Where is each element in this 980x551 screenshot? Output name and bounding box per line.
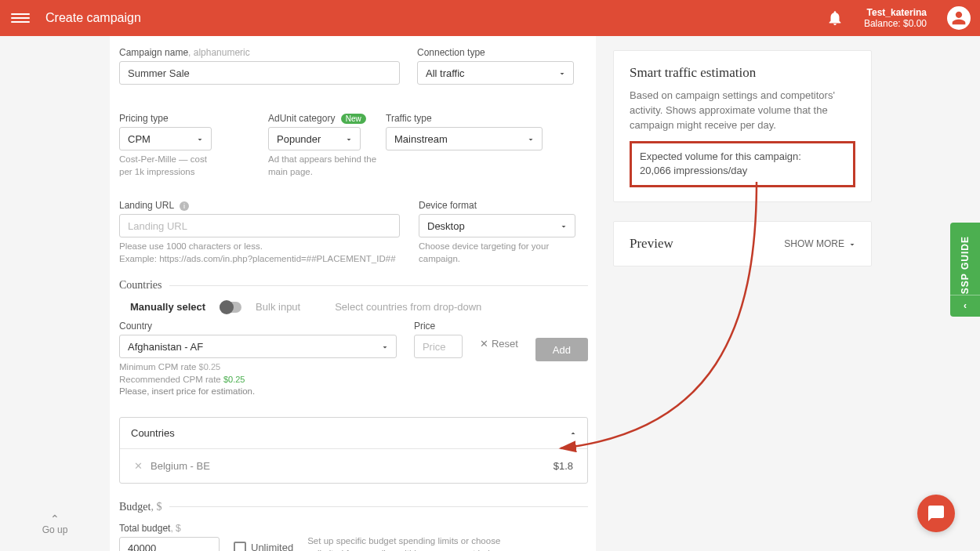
budget-section-title: Budget, $ (119, 501, 588, 513)
country-price: $1.8 (554, 460, 573, 472)
menu-icon[interactable] (11, 13, 30, 23)
pricing-type-select[interactable]: CPM (119, 127, 212, 150)
landing-url-input[interactable] (119, 214, 400, 237)
ssp-guide-tab[interactable]: SSP GUIDE ‹ (950, 223, 980, 317)
country-row-item: ✕ Belgium - BE $1.8 (120, 449, 587, 483)
landing-help-1: Please use 1000 characters or less. (119, 241, 400, 253)
adunit-label: AdUnit category New (268, 113, 378, 124)
connection-type-label: Connection type (417, 47, 574, 58)
connection-type-select[interactable]: All traffic (417, 61, 574, 85)
close-icon: ✕ (480, 338, 488, 350)
reset-button[interactable]: ✕ Reset (480, 338, 518, 350)
campaign-name-input[interactable] (119, 61, 400, 85)
pricing-type-label: Pricing type (119, 113, 213, 124)
device-help: Choose device targeting for your campaig… (419, 241, 575, 265)
landing-help-2: Example: https://ads.com/in.php?placemen… (119, 253, 400, 266)
adunit-help: Ad that appears behind the main page. (268, 154, 386, 178)
chevron-down-icon (344, 135, 352, 143)
chevron-down-icon (526, 135, 534, 143)
chat-button[interactable] (917, 495, 955, 532)
info-icon[interactable]: i (180, 201, 189, 211)
country-name: Belgium - BE (151, 460, 210, 472)
manual-select-label: Manually select (130, 301, 205, 313)
countries-section-title: Countries (119, 279, 588, 292)
countries-list-card: Countries ✕ Belgium - BE $1.8 (119, 417, 588, 484)
account-balance: Balance: $0.00 (864, 18, 927, 29)
show-more-button[interactable]: SHOW MORE (784, 238, 855, 249)
est-prompt: Please, insert price for estimation. (119, 386, 397, 398)
avatar-icon[interactable] (947, 6, 971, 30)
input-mode-toggle[interactable] (220, 302, 241, 313)
total-budget-label: Total budget, $ (119, 523, 220, 534)
country-label: Country (119, 321, 397, 332)
country-select[interactable]: Afghanistan - AF (119, 335, 397, 358)
estimation-highlight-box: Expected volume for this campaign: 20,06… (630, 141, 855, 188)
estimation-desc: Based on campaign settings and competito… (630, 89, 855, 133)
price-label: Price (414, 321, 463, 332)
notifications-icon[interactable] (826, 9, 844, 27)
chevron-down-icon (848, 240, 855, 248)
go-up-button[interactable]: ⌃ Go up (0, 514, 110, 535)
chevron-down-icon (557, 69, 565, 77)
landing-url-label: Landing URL i (119, 200, 400, 211)
page-title: Create campaign (45, 11, 141, 25)
chevron-down-icon (195, 135, 203, 143)
bulk-help: Select countries from drop-down (335, 301, 481, 313)
adunit-select[interactable]: Popunder (268, 127, 361, 150)
traffic-type-label: Traffic type (386, 113, 543, 124)
campaign-form: Campaign name, alphanumeric Connection t… (110, 36, 596, 551)
min-rate: Minimum CPM rate $0.25 (119, 361, 397, 374)
device-format-select[interactable]: Desktop (419, 214, 575, 237)
preview-card: Preview SHOW MORE (613, 221, 872, 266)
countries-card-header[interactable]: Countries (120, 418, 587, 449)
account-info[interactable]: Test_katerina Balance: $0.00 (864, 7, 927, 30)
price-input[interactable] (414, 335, 463, 358)
unlimited-checkbox[interactable]: Unlimited (234, 542, 293, 551)
chevron-up-icon (568, 429, 576, 437)
new-badge: New (341, 114, 366, 124)
estimation-title: Smart traffic estimation (630, 65, 855, 81)
checkbox-icon (234, 542, 246, 551)
chevron-left-icon: ‹ (950, 295, 980, 311)
chevron-down-icon (559, 222, 567, 230)
chevron-up-icon: ⌃ (0, 514, 110, 524)
campaign-name-label: Campaign name, alphanumeric (119, 47, 400, 58)
total-budget-input[interactable] (119, 537, 220, 551)
bulk-input-label: Bulk input (256, 301, 300, 313)
rec-rate: Recommended CPM rate $0.25 (119, 374, 397, 386)
account-name: Test_katerina (864, 7, 927, 18)
chevron-down-icon (380, 343, 388, 350)
traffic-type-select[interactable]: Mainstream (386, 127, 543, 150)
topbar: Create campaign Test_katerina Balance: $… (0, 0, 980, 36)
remove-country-icon[interactable]: ✕ (134, 460, 143, 472)
device-format-label: Device format (419, 200, 575, 211)
add-button[interactable]: Add (535, 338, 588, 361)
estimation-card: Smart traffic estimation Based on campai… (613, 50, 872, 202)
pricing-help: Cost-Per-Mille — cost per 1k impressions (119, 154, 213, 178)
budget-help: Set up specific budget spending limits o… (307, 535, 519, 551)
preview-title: Preview (630, 236, 673, 252)
